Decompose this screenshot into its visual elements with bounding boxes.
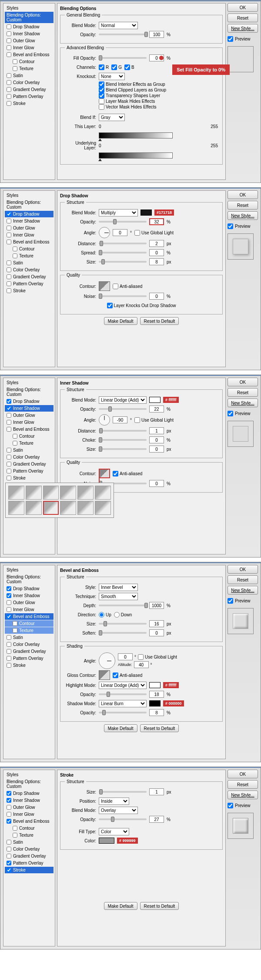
contour-option[interactable] xyxy=(60,486,76,500)
sidebar-satin[interactable]: Satin xyxy=(5,447,54,453)
color-swatch[interactable] xyxy=(149,397,161,403)
knockout-select[interactable]: None xyxy=(99,73,125,80)
reset-default-button[interactable]: Reset to Default xyxy=(140,724,179,732)
sidebar-inner-shadow[interactable]: Inner Shadow xyxy=(5,405,54,412)
new-style-button[interactable]: New Style... xyxy=(228,791,258,799)
angle-dial[interactable] xyxy=(99,227,110,238)
sidebar-inner-glow[interactable]: Inner Glow xyxy=(5,811,54,818)
sidebar-bevel-emboss[interactable]: Bevel and Emboss xyxy=(5,818,54,825)
anti-aliased-checkbox[interactable] xyxy=(113,672,118,678)
sidebar-color-overlay[interactable]: Color Overlay xyxy=(5,641,54,648)
size-input[interactable] xyxy=(149,446,164,453)
reset-button[interactable]: Reset xyxy=(228,14,258,22)
sidebar-gradient-overlay[interactable]: Gradient Overlay xyxy=(5,86,54,93)
noise-input[interactable] xyxy=(149,480,164,487)
global-light-checkbox[interactable] xyxy=(134,417,140,423)
sidebar-gradient-overlay[interactable]: Gradient Overlay xyxy=(5,274,54,280)
size-slider[interactable] xyxy=(99,448,147,450)
sidebar-contour[interactable]: Contour xyxy=(5,620,54,627)
new-style-button[interactable]: New Style... xyxy=(228,586,258,595)
sidebar-texture[interactable]: Texture xyxy=(5,440,54,446)
angle-dial[interactable] xyxy=(99,414,110,426)
depth-slider[interactable] xyxy=(99,605,147,606)
sidebar-inner-shadow[interactable]: Inner Shadow xyxy=(5,797,54,804)
depth-input[interactable] xyxy=(149,602,164,609)
noise-slider[interactable] xyxy=(99,295,147,297)
opacity-input[interactable] xyxy=(149,406,164,412)
sidebar-blending-options[interactable]: Blending Options: Custom xyxy=(5,199,54,210)
size-slider[interactable] xyxy=(99,791,147,793)
sidebar-blending-options[interactable]: Blending Options: Custom xyxy=(5,778,54,790)
sidebar-outer-glow[interactable]: Outer Glow xyxy=(5,37,54,44)
size-slider[interactable] xyxy=(99,261,147,263)
fill-opacity-slider[interactable] xyxy=(99,57,147,59)
shadow-opacity-input[interactable] xyxy=(149,709,164,716)
opacity-slider[interactable] xyxy=(99,818,147,820)
reset-button[interactable]: Reset xyxy=(228,201,258,210)
sidebar-pattern-overlay[interactable]: Pattern Overlay xyxy=(5,468,54,474)
sidebar-inner-shadow[interactable]: Inner Shadow xyxy=(5,30,54,37)
preview-checkbox[interactable] xyxy=(228,223,233,229)
sidebar-blending-options[interactable]: Blending Options: Custom xyxy=(5,574,54,585)
sidebar-outer-glow[interactable]: Outer Glow xyxy=(5,225,54,231)
sidebar-bevel-emboss[interactable]: Bevel and Emboss xyxy=(5,613,54,620)
sidebar-blending-options[interactable]: Blending Options: Custom xyxy=(5,386,54,398)
sidebar-color-overlay[interactable]: Color Overlay xyxy=(5,267,54,273)
contour-option[interactable] xyxy=(26,501,42,515)
opt-transparency[interactable] xyxy=(99,93,104,98)
distance-input[interactable] xyxy=(149,427,164,434)
contour-option[interactable] xyxy=(26,486,42,500)
contour-option-selected[interactable] xyxy=(43,501,59,515)
contour-option[interactable] xyxy=(77,486,94,500)
soften-input[interactable] xyxy=(149,629,164,636)
sidebar-satin[interactable]: Satin xyxy=(5,634,54,641)
reset-button[interactable]: Reset xyxy=(228,388,258,397)
ok-button[interactable]: OK xyxy=(228,378,258,386)
soften-slider[interactable] xyxy=(99,632,147,634)
size-slider[interactable] xyxy=(99,623,147,625)
shadow-color-swatch[interactable] xyxy=(149,700,161,706)
blend-mode-select[interactable]: Multiply xyxy=(99,209,138,216)
make-default-button[interactable]: Make Default xyxy=(104,317,137,325)
sidebar-pattern-overlay[interactable]: Pattern Overlay xyxy=(5,93,54,100)
opacity-slider[interactable] xyxy=(99,34,147,35)
sidebar-inner-shadow[interactable]: Inner Shadow xyxy=(5,592,54,599)
sidebar-gradient-overlay[interactable]: Gradient Overlay xyxy=(5,648,54,655)
this-layer-gradient[interactable] xyxy=(99,132,173,139)
gloss-contour-swatch[interactable] xyxy=(99,670,110,680)
preview-checkbox[interactable] xyxy=(228,598,233,604)
distance-slider[interactable] xyxy=(99,243,147,244)
reset-default-button[interactable]: Reset to Default xyxy=(140,902,179,910)
sidebar-contour[interactable]: Contour xyxy=(5,825,54,831)
sidebar-satin[interactable]: Satin xyxy=(5,839,54,845)
contour-swatch[interactable] xyxy=(99,281,110,291)
contour-option[interactable] xyxy=(77,501,94,515)
contour-option[interactable] xyxy=(95,501,111,515)
reset-button[interactable]: Reset xyxy=(228,575,258,584)
reset-button[interactable]: Reset xyxy=(228,780,258,789)
filltype-select[interactable]: Color xyxy=(99,828,129,835)
make-default-button[interactable]: Make Default xyxy=(104,902,137,910)
angle-dial[interactable] xyxy=(99,652,115,669)
sidebar-texture[interactable]: Texture xyxy=(5,65,54,72)
sidebar-bevel-emboss[interactable]: Bevel and Emboss xyxy=(5,426,54,433)
opacity-input[interactable] xyxy=(149,218,164,225)
preview-checkbox[interactable] xyxy=(228,411,233,416)
shadow-opacity-slider[interactable] xyxy=(99,712,147,713)
sidebar-texture[interactable]: Texture xyxy=(5,253,54,259)
blend-mode-select[interactable]: Overlay xyxy=(99,807,138,814)
noise-input[interactable] xyxy=(149,293,164,300)
blend-mode-select[interactable]: Normal xyxy=(99,22,138,29)
sidebar-drop-shadow[interactable]: Drop Shadow xyxy=(5,24,54,30)
contour-option[interactable] xyxy=(95,486,111,500)
channel-b[interactable] xyxy=(124,64,130,70)
color-swatch[interactable] xyxy=(99,838,114,844)
sidebar-contour[interactable]: Contour xyxy=(5,246,54,252)
sidebar-bevel-emboss[interactable]: Bevel and Emboss xyxy=(5,239,54,245)
sidebar-contour[interactable]: Contour xyxy=(5,433,54,439)
contour-option[interactable] xyxy=(43,486,59,500)
underlying-gradient[interactable] xyxy=(99,152,173,159)
highlight-opacity-slider[interactable] xyxy=(99,693,147,695)
sidebar-stroke[interactable]: Stroke xyxy=(5,475,54,481)
sidebar-inner-shadow[interactable]: Inner Shadow xyxy=(5,218,54,224)
